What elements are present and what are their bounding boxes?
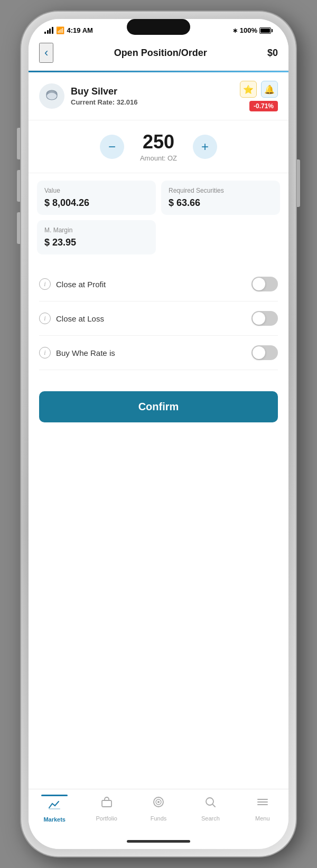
stat-value-securities: $ 63.66 bbox=[169, 197, 273, 209]
bell-button[interactable]: 🔔 bbox=[261, 81, 278, 98]
star-button[interactable]: ⭐ bbox=[240, 81, 257, 98]
stat-label-margin: M. Margin bbox=[44, 227, 148, 234]
confirm-section: Confirm bbox=[29, 391, 288, 433]
amount-unit: Amount: OZ bbox=[140, 154, 177, 162]
asset-card: Buy Silver Current Rate: 32.016 ⭐ 🔔 -0.7… bbox=[29, 72, 288, 120]
toggle-label-rate: Buy Whe Rate is bbox=[56, 348, 115, 357]
toggle-left-rate: i Buy Whe Rate is bbox=[39, 347, 115, 358]
battery-percentage: 100% bbox=[240, 26, 257, 34]
svg-rect-3 bbox=[49, 808, 60, 809]
asset-actions: ⭐ 🔔 -0.71% bbox=[240, 81, 278, 111]
portfolio-icon bbox=[100, 796, 113, 811]
action-icons: ⭐ 🔔 bbox=[240, 81, 278, 98]
home-indicator bbox=[29, 833, 288, 849]
status-bar: 📶 4:19 AM ∗ 100% bbox=[29, 19, 288, 37]
stat-label-value: Value bbox=[44, 187, 148, 194]
toggle-switch-loss[interactable] bbox=[251, 311, 278, 326]
markets-icon bbox=[48, 799, 61, 814]
info-icon-profit[interactable]: i bbox=[39, 278, 51, 290]
notch bbox=[127, 19, 190, 35]
decrement-button[interactable]: − bbox=[100, 135, 124, 159]
bottom-nav: Markets Portfolio bbox=[29, 789, 288, 833]
amount-value: 250 bbox=[140, 131, 177, 153]
toggle-row-loss: i Close at Loss bbox=[39, 301, 278, 336]
info-icon-loss[interactable]: i bbox=[39, 313, 51, 324]
toggle-knob-profit bbox=[253, 278, 265, 290]
phone-screen: 📶 4:19 AM ∗ 100% ‹ Open Position/Order $… bbox=[29, 19, 288, 849]
toggle-label-loss: Close at Loss bbox=[56, 314, 104, 323]
status-left: 📶 4:19 AM bbox=[44, 26, 93, 34]
status-right: ∗ 100% bbox=[232, 26, 273, 34]
asset-name: Buy Silver bbox=[71, 86, 137, 97]
stat-value-value: $ 8,004.26 bbox=[44, 197, 148, 209]
svg-point-7 bbox=[157, 801, 160, 803]
nav-label-menu: Menu bbox=[255, 815, 270, 822]
nav-item-portfolio[interactable]: Portfolio bbox=[80, 796, 132, 822]
toggle-left-loss: i Close at Loss bbox=[39, 313, 104, 324]
stat-label-securities: Required Securities bbox=[169, 187, 273, 194]
main-content: Buy Silver Current Rate: 32.016 ⭐ 🔔 -0.7… bbox=[29, 72, 288, 789]
phone-frame: 📶 4:19 AM ∗ 100% ‹ Open Position/Order $… bbox=[21, 12, 296, 856]
toggle-section: i Close at Profit i Close at Loss bbox=[29, 267, 288, 370]
stat-card-securities: Required Securities $ 63.66 bbox=[161, 181, 280, 215]
bluetooth-icon: ∗ bbox=[232, 27, 238, 34]
toggle-knob-rate bbox=[253, 346, 265, 359]
back-button[interactable]: ‹ bbox=[39, 43, 53, 63]
menu-icon bbox=[256, 796, 269, 811]
toggle-switch-rate[interactable] bbox=[251, 345, 278, 360]
nav-item-menu[interactable]: Menu bbox=[237, 796, 288, 822]
funds-icon bbox=[152, 796, 165, 811]
svg-line-9 bbox=[212, 804, 215, 807]
asset-rate: Current Rate: 32.016 bbox=[71, 98, 137, 106]
toggle-left-profit: i Close at Profit bbox=[39, 278, 106, 290]
toggle-row-rate: i Buy Whe Rate is bbox=[39, 336, 278, 370]
nav-active-indicator bbox=[41, 795, 68, 796]
change-badge: -0.71% bbox=[249, 101, 278, 111]
confirm-button[interactable]: Confirm bbox=[39, 391, 278, 422]
info-icon-rate[interactable]: i bbox=[39, 347, 51, 358]
svg-point-2 bbox=[46, 92, 57, 100]
asset-icon bbox=[39, 83, 64, 109]
toggle-knob-loss bbox=[253, 312, 265, 325]
page-title: Open Position/Order bbox=[114, 48, 207, 59]
increment-button[interactable]: + bbox=[193, 135, 217, 159]
toggle-label-profit: Close at Profit bbox=[56, 280, 106, 289]
nav-item-funds[interactable]: Funds bbox=[133, 796, 184, 822]
toggle-row-profit: i Close at Profit bbox=[39, 267, 278, 301]
status-time: 4:19 AM bbox=[67, 26, 93, 34]
asset-details: Buy Silver Current Rate: 32.016 bbox=[71, 86, 137, 106]
battery-icon bbox=[259, 27, 273, 34]
toggle-switch-profit[interactable] bbox=[251, 277, 278, 291]
wifi-icon: 📶 bbox=[56, 26, 64, 34]
nav-item-search[interactable]: Search bbox=[184, 796, 236, 822]
amount-display: 250 Amount: OZ bbox=[140, 131, 177, 162]
header-balance: $0 bbox=[267, 48, 278, 59]
home-bar bbox=[127, 840, 190, 843]
nav-label-markets: Markets bbox=[43, 816, 66, 823]
nav-label-portfolio: Portfolio bbox=[96, 815, 117, 822]
search-icon bbox=[204, 796, 217, 811]
spacer bbox=[29, 370, 288, 391]
page-header: ‹ Open Position/Order $0 bbox=[29, 37, 288, 71]
stat-value-margin: $ 23.95 bbox=[44, 237, 148, 248]
nav-label-funds: Funds bbox=[151, 815, 167, 822]
stat-card-margin: M. Margin $ 23.95 bbox=[37, 220, 156, 254]
asset-rate-value: 32.016 bbox=[117, 98, 138, 106]
svg-rect-4 bbox=[102, 800, 111, 807]
amount-section: − 250 Amount: OZ + bbox=[29, 120, 288, 173]
signal-icon bbox=[44, 27, 53, 34]
asset-info: Buy Silver Current Rate: 32.016 bbox=[39, 83, 137, 109]
nav-label-search: Search bbox=[201, 815, 220, 822]
stats-grid: Value $ 8,004.26 Required Securities $ 6… bbox=[29, 173, 288, 262]
nav-item-markets[interactable]: Markets bbox=[29, 795, 80, 823]
stat-card-value: Value $ 8,004.26 bbox=[37, 181, 156, 215]
